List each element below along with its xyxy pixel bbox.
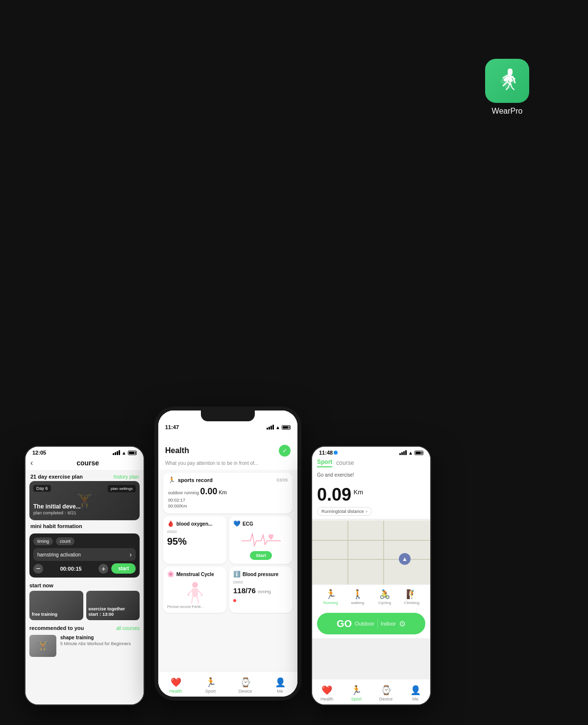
right-nav-health[interactable]: ❤️ Health <box>312 682 342 701</box>
start-now-section: start now free training exercise togethe… <box>25 580 144 622</box>
sig-2 <box>269 427 270 430</box>
activity-walking[interactable]: 🚶 walking <box>344 589 371 605</box>
recommended-label: recommended to you <box>29 625 84 631</box>
all-courses-link[interactable]: all courses <box>116 626 140 631</box>
center-battery-fill <box>283 426 288 429</box>
habit-tab-timing[interactable]: timing <box>33 537 53 545</box>
course-title: course <box>37 459 139 467</box>
wifi-icon: ▲ <box>122 450 126 456</box>
nav-health[interactable]: ❤️ Health <box>158 675 193 694</box>
plan-settings-btn[interactable]: plan settings <box>108 485 136 492</box>
history-plan-link[interactable]: history plan <box>114 474 139 480</box>
sports-pace-row: 00:00/Km <box>168 504 288 508</box>
exercise-title: The initial deve... <box>33 503 136 510</box>
sig-4 <box>272 425 274 430</box>
nav-sport[interactable]: 🏃 Sport <box>193 675 228 694</box>
distance-value: 0.09 <box>317 484 351 505</box>
nav-device[interactable]: ⌚ Device <box>228 675 263 694</box>
free-training-text: free training <box>32 612 57 618</box>
plan-section-header: 21 day exercise plan history plan <box>25 471 144 481</box>
map-area: ▲ <box>312 521 430 584</box>
battery-icon <box>128 451 137 455</box>
health-two-col-grid-2: 🌸 Menstrual Cycle <box>163 567 293 613</box>
go-button-area: GO Outdoor Indoor ⚙ <box>312 609 430 638</box>
right-time: 11:48 <box>319 450 333 456</box>
sports-type: outdoor running <box>168 490 199 495</box>
right-nav-me[interactable]: 👤 Me <box>401 682 430 701</box>
running-icon: 🏃 <box>325 589 336 600</box>
blood-oxygen-icon: 🩸 <box>167 520 174 527</box>
start-btn[interactable]: start <box>111 563 136 574</box>
recommended-header: recommended to you all courses <box>29 623 140 632</box>
habit-tab-count[interactable]: count <box>56 537 74 545</box>
signal-bar-1 <box>113 453 114 455</box>
right-status-icons: ▲ <box>399 450 423 456</box>
back-button[interactable]: ‹ <box>30 459 33 467</box>
recommended-row[interactable]: 🏋️ shape training 5 Minute Abs Workout f… <box>29 635 140 657</box>
habit-exercise-row[interactable]: hamstring activation › <box>33 548 136 561</box>
map-bg <box>312 521 430 584</box>
exercise-card[interactable]: 🏋️ Day 6 plan settings The initial deve.… <box>29 481 140 520</box>
course-tab[interactable]: course <box>336 459 354 466</box>
blood-pressure-header: ℹ️ Blood pressure <box>233 571 289 578</box>
nav-device-label: Device <box>239 689 252 694</box>
app-icon-container: WearPro <box>485 59 529 116</box>
menstrual-card[interactable]: 🌸 Menstrual Cycle <box>163 567 226 613</box>
distance-value-row: 0.09 Km <box>317 484 425 505</box>
right-nav-sport[interactable]: 🏃 Sport <box>342 682 371 701</box>
health-subtitle: What you pay attention is to be in front… <box>158 460 297 470</box>
road-v2 <box>383 521 384 584</box>
ecg-start-btn[interactable]: Start <box>250 551 272 560</box>
go-button[interactable]: GO Outdoor Indoor ⚙ <box>317 613 425 634</box>
rsig-4 <box>405 450 407 455</box>
bp-icon: ℹ️ <box>233 571 241 578</box>
habit-section: timing count hamstring activation › − 00… <box>29 533 140 578</box>
road-h1 <box>312 540 430 541</box>
battery-tip <box>135 452 136 454</box>
activity-cycling[interactable]: 🚴 Cycling <box>371 589 398 605</box>
signal-bar-2 <box>115 452 116 455</box>
center-wifi-icon: ▲ <box>275 425 280 430</box>
timer-minus-btn[interactable]: − <box>33 564 43 574</box>
sig-3 <box>270 426 272 430</box>
right-battery-fill <box>416 452 421 454</box>
bp-title: Blood pressure <box>243 572 278 577</box>
blue-status-dot <box>334 451 338 455</box>
ecg-icon: 💙 <box>233 520 241 527</box>
activity-climbing[interactable]: 🧗 Climbing <box>398 589 425 605</box>
nav-me[interactable]: 👤 Me <box>263 675 297 694</box>
rsig-1 <box>399 453 401 455</box>
svg-point-2 <box>508 71 513 75</box>
nav-me-label: Me <box>277 689 283 694</box>
app-icon[interactable] <box>485 59 529 103</box>
running-total-btn[interactable]: Runningtotal distance › <box>317 507 372 516</box>
rec-subtitle: 5 Minute Abs Workout for Beginners <box>60 641 140 646</box>
exercise-together-card[interactable]: exercise together start：13:00 <box>86 591 140 620</box>
running-label: Running <box>323 601 338 605</box>
course-header: ‹ course <box>25 457 144 471</box>
center-battery <box>282 425 291 430</box>
go-divider <box>377 619 378 628</box>
blood-pressure-card[interactable]: ℹ️ Blood pressure 09/02 118/76 mmHg <box>229 567 293 613</box>
center-battery-tip <box>289 426 290 429</box>
sports-record-card[interactable]: 🏃 sports record 03/09 outdoor running 0.… <box>163 473 293 513</box>
ecg-chart <box>242 531 281 548</box>
ecg-card[interactable]: 💙 ECG Start <box>229 516 293 564</box>
sport-tab[interactable]: Sport <box>317 459 332 467</box>
left-phone: 12:05 ▲ ‹ co <box>24 446 145 705</box>
running-total-label: Runningtotal distance <box>321 509 364 514</box>
menstrual-icon: 🌸 <box>167 571 174 578</box>
nav-sport-icon: 🏃 <box>205 677 216 688</box>
start-now-label: start now <box>29 582 140 588</box>
check-symbol: ✓ <box>282 447 287 454</box>
right-status-bar: 11:48 ▲ <box>312 447 430 457</box>
sport-activity-tabs: 🏃 Running 🚶 walking 🚴 Cycling 🧗 Climbing <box>312 584 430 609</box>
blood-oxygen-card[interactable]: 🩸 blood oxygen... 09/02 95% <box>163 516 226 564</box>
right-nav-device[interactable]: ⌚ Device <box>371 682 401 701</box>
go-settings-icon: ⚙ <box>399 619 406 628</box>
activity-running[interactable]: 🏃 Running <box>317 589 344 605</box>
timer-plus-btn[interactable]: + <box>98 564 108 574</box>
ecg-title: ECG <box>243 521 253 527</box>
habit-label: mini habit formation <box>30 523 82 529</box>
free-training-card[interactable]: free training <box>29 591 83 620</box>
